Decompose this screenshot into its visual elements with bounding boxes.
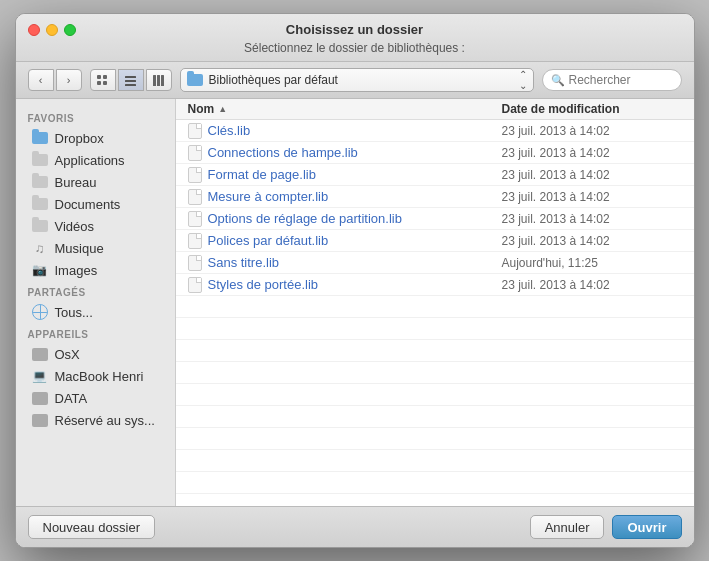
location-dropdown[interactable]: Bibliothèques par défaut ⌃⌄ bbox=[180, 68, 534, 92]
sidebar: FAVORIS Dropbox Applications Bureau bbox=[16, 99, 176, 506]
laptop-icon: 💻 bbox=[32, 368, 48, 384]
sidebar-item-bureau[interactable]: Bureau bbox=[20, 171, 171, 193]
dropdown-arrow-icon: ⌃⌄ bbox=[519, 69, 527, 91]
sidebar-label-musique: Musique bbox=[55, 241, 104, 256]
music-icon: ♫ bbox=[32, 240, 48, 256]
table-row[interactable]: Format de page.lib 23 juil. 2013 à 14:02 bbox=[176, 164, 694, 186]
osx-icon bbox=[32, 346, 48, 362]
empty-row bbox=[176, 472, 694, 494]
table-row[interactable]: Sans titre.lib Aujourd'hui, 11:25 bbox=[176, 252, 694, 274]
sidebar-item-dropbox[interactable]: Dropbox bbox=[20, 127, 171, 149]
sidebar-label-documents: Documents bbox=[55, 197, 121, 212]
sidebar-item-documents[interactable]: Documents bbox=[20, 193, 171, 215]
svg-rect-8 bbox=[157, 75, 160, 86]
sidebar-section-favoris: FAVORIS bbox=[16, 107, 175, 127]
bottom-bar: Nouveau dossier Annuler Ouvrir bbox=[16, 506, 694, 547]
table-row[interactable]: Polices par défaut.lib 23 juil. 2013 à 1… bbox=[176, 230, 694, 252]
column-date[interactable]: Date de modification bbox=[502, 102, 682, 116]
sidebar-item-osx[interactable]: OsX bbox=[20, 343, 171, 365]
sidebar-item-tous[interactable]: Tous... bbox=[20, 301, 171, 323]
dialog-title: Choisissez un dossier bbox=[286, 22, 423, 37]
sidebar-item-images[interactable]: 📷 Images bbox=[20, 259, 171, 281]
empty-row bbox=[176, 428, 694, 450]
sidebar-item-musique[interactable]: ♫ Musique bbox=[20, 237, 171, 259]
file-icon bbox=[188, 233, 202, 249]
list-view-button[interactable] bbox=[118, 69, 144, 91]
file-name: Sans titre.lib bbox=[188, 255, 502, 271]
empty-row bbox=[176, 318, 694, 340]
column-view-button[interactable] bbox=[146, 69, 172, 91]
new-folder-button[interactable]: Nouveau dossier bbox=[28, 515, 156, 539]
file-icon bbox=[188, 211, 202, 227]
sidebar-section-appareils: APPAREILS bbox=[16, 323, 175, 343]
sort-arrow-icon: ▲ bbox=[218, 104, 227, 114]
sidebar-label-macbook: MacBook Henri bbox=[55, 369, 144, 384]
empty-row bbox=[176, 384, 694, 406]
close-button[interactable] bbox=[28, 24, 40, 36]
file-date: 23 juil. 2013 à 14:02 bbox=[502, 212, 682, 226]
search-input[interactable] bbox=[569, 73, 673, 87]
table-row[interactable]: Styles de portée.lib 23 juil. 2013 à 14:… bbox=[176, 274, 694, 296]
sidebar-item-data[interactable]: DATA bbox=[20, 387, 171, 409]
dialog: Choisissez un dossier Sélectionnez le do… bbox=[15, 13, 695, 548]
sidebar-item-macbook[interactable]: 💻 MacBook Henri bbox=[20, 365, 171, 387]
open-button[interactable]: Ouvrir bbox=[612, 515, 681, 539]
search-box[interactable]: 🔍 bbox=[542, 69, 682, 91]
file-name: Polices par défaut.lib bbox=[188, 233, 502, 249]
sidebar-item-videos[interactable]: Vidéos bbox=[20, 215, 171, 237]
icon-view-button[interactable] bbox=[90, 69, 116, 91]
svg-rect-5 bbox=[125, 80, 136, 82]
title-bar: Choisissez un dossier Sélectionnez le do… bbox=[16, 14, 694, 62]
toolbar: ‹ › Bibliothèques par défaut ⌃⌄ 🔍 bbox=[16, 62, 694, 99]
file-name: Clés.lib bbox=[188, 123, 502, 139]
file-icon bbox=[188, 255, 202, 271]
sidebar-label-dropbox: Dropbox bbox=[55, 131, 104, 146]
svg-rect-7 bbox=[153, 75, 156, 86]
file-date: 23 juil. 2013 à 14:02 bbox=[502, 124, 682, 138]
sidebar-label-videos: Vidéos bbox=[55, 219, 95, 234]
table-row[interactable]: Options de réglage de partition.lib 23 j… bbox=[176, 208, 694, 230]
svg-rect-4 bbox=[125, 76, 136, 78]
forward-button[interactable]: › bbox=[56, 69, 82, 91]
empty-row bbox=[176, 406, 694, 428]
sidebar-item-reserve[interactable]: Réservé au sys... bbox=[20, 409, 171, 431]
empty-row bbox=[176, 340, 694, 362]
dialog-subtitle: Sélectionnez le dossier de bibliothèques… bbox=[244, 41, 465, 55]
file-list: Nom ▲ Date de modification Clés.lib 23 j… bbox=[176, 99, 694, 506]
svg-rect-1 bbox=[103, 75, 107, 79]
images-icon: 📷 bbox=[32, 262, 48, 278]
table-row[interactable]: Mesure à compter.lib 23 juil. 2013 à 14:… bbox=[176, 186, 694, 208]
svg-rect-6 bbox=[125, 84, 136, 86]
file-date: 23 juil. 2013 à 14:02 bbox=[502, 168, 682, 182]
documents-icon bbox=[32, 196, 48, 212]
globe-icon bbox=[32, 304, 48, 320]
svg-rect-3 bbox=[103, 81, 107, 85]
empty-row bbox=[176, 296, 694, 318]
svg-rect-9 bbox=[161, 75, 164, 86]
sidebar-label-applications: Applications bbox=[55, 153, 125, 168]
file-icon bbox=[188, 189, 202, 205]
column-name[interactable]: Nom ▲ bbox=[188, 102, 502, 116]
table-row[interactable]: Connections de hampe.lib 23 juil. 2013 à… bbox=[176, 142, 694, 164]
file-name: Options de réglage de partition.lib bbox=[188, 211, 502, 227]
sidebar-label-tous: Tous... bbox=[55, 305, 93, 320]
location-label: Bibliothèques par défaut bbox=[209, 73, 513, 87]
file-name: Connections de hampe.lib bbox=[188, 145, 502, 161]
file-icon bbox=[188, 145, 202, 161]
minimize-button[interactable] bbox=[46, 24, 58, 36]
reserve-icon bbox=[32, 412, 48, 428]
sidebar-item-applications[interactable]: Applications bbox=[20, 149, 171, 171]
sidebar-label-bureau: Bureau bbox=[55, 175, 97, 190]
back-button[interactable]: ‹ bbox=[28, 69, 54, 91]
maximize-button[interactable] bbox=[64, 24, 76, 36]
empty-row bbox=[176, 362, 694, 384]
file-date: 23 juil. 2013 à 14:02 bbox=[502, 146, 682, 160]
table-row[interactable]: Clés.lib 23 juil. 2013 à 14:02 bbox=[176, 120, 694, 142]
file-list-header: Nom ▲ Date de modification bbox=[176, 99, 694, 120]
svg-rect-2 bbox=[97, 81, 101, 85]
file-date: 23 juil. 2013 à 14:02 bbox=[502, 234, 682, 248]
cancel-button[interactable]: Annuler bbox=[530, 515, 605, 539]
file-name: Styles de portée.lib bbox=[188, 277, 502, 293]
bureau-icon bbox=[32, 174, 48, 190]
sidebar-label-osx: OsX bbox=[55, 347, 80, 362]
